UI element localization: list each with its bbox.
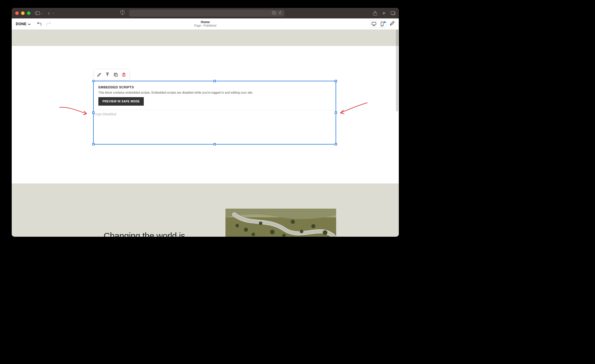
resize-handle-tm[interactable] — [213, 80, 216, 82]
chevron-down-icon: ⌄ — [40, 12, 43, 15]
svg-point-32 — [300, 230, 303, 233]
translate-icon[interactable] — [272, 11, 276, 15]
undo-button[interactable] — [37, 21, 42, 27]
svg-rect-4 — [273, 12, 276, 14]
redo-button[interactable] — [46, 21, 51, 27]
svg-point-31 — [291, 220, 295, 224]
page-status-text: Page · Published — [194, 24, 216, 28]
delete-button[interactable] — [120, 71, 128, 79]
tab-overview-icon[interactable] — [391, 11, 395, 15]
resize-handle-tr[interactable] — [335, 80, 337, 82]
svg-point-34 — [323, 230, 327, 235]
svg-point-28 — [244, 228, 248, 232]
sidebar-toggle-icon[interactable]: ⌄ — [35, 11, 43, 15]
block-toolbar — [94, 69, 129, 80]
privacy-shield-icon[interactable] — [120, 10, 124, 16]
window-close-button[interactable] — [15, 11, 19, 15]
resize-handle-ml[interactable] — [92, 111, 95, 114]
address-bar[interactable] — [129, 10, 284, 17]
page-title: Home Page · Published — [194, 20, 216, 28]
notification-dot — [384, 21, 386, 23]
selected-embed-block[interactable]: EMBEDDED SCRIPTS This block contains emb… — [93, 81, 336, 145]
embed-description: This block contains embedded scripts. Em… — [98, 91, 331, 94]
svg-point-30 — [270, 230, 275, 234]
preview-safe-mode-button[interactable]: PREVIEW IN SAFE MODE — [98, 97, 144, 106]
done-button[interactable]: DONE — [16, 22, 31, 26]
svg-rect-19 — [115, 74, 117, 76]
move-up-button[interactable] — [103, 71, 112, 79]
svg-rect-0 — [35, 12, 40, 15]
page-title-text: Home — [194, 20, 216, 24]
chevron-down-icon — [28, 22, 31, 26]
svg-point-33 — [311, 224, 315, 228]
new-tab-icon[interactable] — [382, 11, 386, 15]
svg-rect-20 — [123, 74, 125, 76]
styles-brush-icon[interactable] — [389, 21, 395, 27]
undo-redo-group — [37, 21, 51, 27]
canvas-viewport[interactable]: EMBEDDED SCRIPTS This block contains emb… — [12, 30, 399, 237]
nav-arrows: ‹ › — [48, 11, 54, 16]
chrome-right-icons — [373, 11, 395, 16]
resize-handle-tl[interactable] — [92, 80, 95, 82]
svg-point-29 — [259, 222, 262, 225]
browser-window: ⌄ ‹ › DONE — [12, 8, 399, 237]
share-icon[interactable] — [373, 11, 377, 16]
edit-block-button[interactable] — [95, 71, 103, 79]
browser-chrome: ⌄ ‹ › — [12, 8, 399, 18]
svg-rect-11 — [372, 22, 376, 25]
back-button[interactable]: ‹ — [48, 11, 49, 16]
device-toggle — [370, 20, 387, 28]
reload-icon[interactable] — [278, 11, 282, 15]
resize-handle-mr[interactable] — [335, 111, 337, 114]
window-maximize-button[interactable] — [27, 11, 30, 15]
landscape-image — [225, 209, 336, 237]
forward-button[interactable]: › — [52, 11, 54, 16]
resize-handle-bm[interactable] — [213, 143, 216, 145]
app-toolbar: DONE Home Page · Published — [12, 18, 399, 30]
window-minimize-button[interactable] — [21, 11, 25, 15]
svg-point-35 — [252, 233, 255, 236]
scrollbar[interactable] — [396, 30, 398, 111]
traffic-lights — [15, 11, 30, 15]
desktop-view-button[interactable] — [370, 21, 378, 27]
resize-handle-br[interactable] — [335, 143, 337, 145]
embed-title: EMBEDDED SCRIPTS — [98, 85, 331, 89]
embed-header: EMBEDDED SCRIPTS This block contains emb… — [94, 81, 336, 110]
toolbar-right — [370, 20, 395, 28]
svg-point-27 — [235, 224, 239, 227]
svg-rect-10 — [391, 11, 394, 14]
lower-heading: Changing the world is — [104, 231, 185, 237]
resize-handle-bl[interactable] — [92, 143, 95, 145]
mobile-view-button[interactable] — [378, 21, 386, 27]
done-label: DONE — [16, 22, 27, 26]
script-disabled-text: cript Disabled — [94, 110, 336, 118]
duplicate-button[interactable] — [112, 71, 120, 79]
